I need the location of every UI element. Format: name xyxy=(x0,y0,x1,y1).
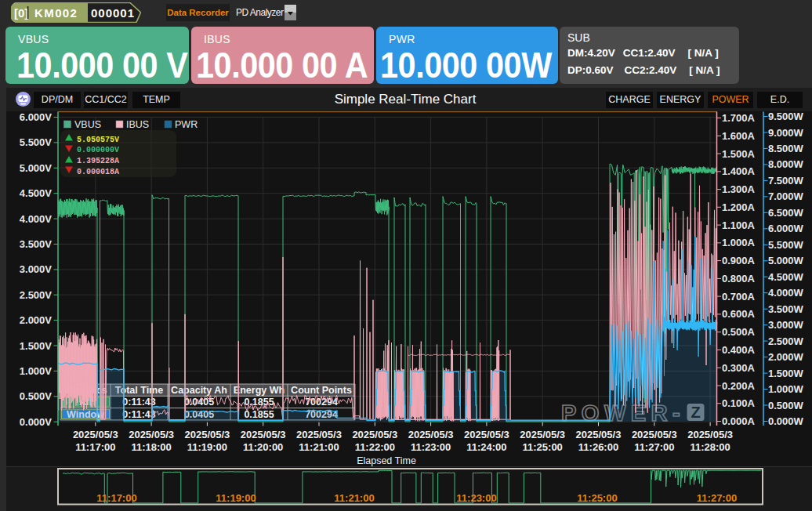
svg-text:11:28:00: 11:28:00 xyxy=(690,441,730,453)
svg-text:2025/05/3: 2025/05/3 xyxy=(464,429,509,440)
svg-text:11:27:00: 11:27:00 xyxy=(634,441,674,453)
svg-text:8.000W: 8.000W xyxy=(768,158,804,170)
svg-text:0.1855: 0.1855 xyxy=(244,409,274,420)
svg-text:2.500W: 2.500W xyxy=(768,335,804,347)
svg-text:11:19:00: 11:19:00 xyxy=(216,492,256,504)
svg-text:11:17:00: 11:17:00 xyxy=(75,441,115,453)
svg-text:0.000000V: 0.000000V xyxy=(77,146,119,154)
svg-text:11:25:00: 11:25:00 xyxy=(523,441,563,453)
svg-text:11:23:00: 11:23:00 xyxy=(411,441,451,453)
svg-text:6.000W: 6.000W xyxy=(768,223,804,234)
svg-text:0.500V: 0.500V xyxy=(20,390,53,402)
svg-text:VBUS: VBUS xyxy=(74,119,101,130)
svg-text:2025/05/3: 2025/05/3 xyxy=(687,429,733,440)
svg-text:PWR: PWR xyxy=(175,119,198,130)
svg-text:0.100A: 0.100A xyxy=(722,397,756,409)
svg-text:4.000V: 4.000V xyxy=(20,213,53,225)
svg-text:1.500W: 1.500W xyxy=(768,368,804,379)
svg-text:2025/05/3: 2025/05/3 xyxy=(352,429,397,440)
svg-text:11:18:00: 11:18:00 xyxy=(131,441,171,453)
svg-text:0.800A: 0.800A xyxy=(722,273,756,284)
svg-text:3.000W: 3.000W xyxy=(768,319,804,331)
svg-text:11:17:00: 11:17:00 xyxy=(96,492,136,504)
svg-text:4.000W: 4.000W xyxy=(768,287,804,299)
svg-text:1.395228A: 1.395228A xyxy=(77,157,119,165)
svg-text:2025/05/3: 2025/05/3 xyxy=(520,429,565,440)
svg-text:0:11:43: 0:11:43 xyxy=(122,409,155,420)
svg-text:2025/05/3: 2025/05/3 xyxy=(73,429,118,440)
svg-text:11:27:00: 11:27:00 xyxy=(697,492,737,504)
svg-text:1.000W: 1.000W xyxy=(768,383,804,395)
svg-text:1.400A: 1.400A xyxy=(722,165,756,177)
svg-text:5.000V: 5.000V xyxy=(20,162,53,174)
svg-text:0.000V: 0.000V xyxy=(20,416,53,428)
svg-text:0.000018A: 0.000018A xyxy=(77,168,119,176)
svg-text:7.000W: 7.000W xyxy=(768,190,804,202)
svg-text:Count Points: Count Points xyxy=(291,385,352,396)
svg-text:IBUS: IBUS xyxy=(126,119,149,130)
svg-text:5.050575V: 5.050575V xyxy=(77,136,119,144)
svg-text:1.200A: 1.200A xyxy=(722,201,756,213)
svg-text:0.600A: 0.600A xyxy=(722,308,756,320)
svg-text:0.400A: 0.400A xyxy=(722,344,756,356)
svg-text:7.500W: 7.500W xyxy=(768,175,804,187)
svg-text:11:20:00: 11:20:00 xyxy=(243,441,283,453)
svg-text:0.500A: 0.500A xyxy=(722,326,756,338)
svg-text:11:22:00: 11:22:00 xyxy=(355,441,395,453)
svg-text:0.300A: 0.300A xyxy=(722,362,756,374)
svg-text:1.000A: 1.000A xyxy=(722,237,756,248)
svg-text:0.200A: 0.200A xyxy=(722,380,756,392)
svg-text:0.900A: 0.900A xyxy=(722,255,756,266)
svg-text:KM002: KM002 xyxy=(34,6,78,20)
svg-text:2025/05/3: 2025/05/3 xyxy=(576,429,622,440)
svg-text:1.500A: 1.500A xyxy=(722,148,756,160)
svg-text:2025/05/3: 2025/05/3 xyxy=(296,429,342,440)
svg-text:3.000V: 3.000V xyxy=(20,263,53,275)
svg-text:2.500V: 2.500V xyxy=(20,289,53,301)
svg-text:11:24:00: 11:24:00 xyxy=(466,441,506,453)
svg-text:2025/05/3: 2025/05/3 xyxy=(632,429,677,440)
svg-text:2.000V: 2.000V xyxy=(20,314,53,326)
svg-text:8.500W: 8.500W xyxy=(768,143,804,154)
svg-text:4.500V: 4.500V xyxy=(20,187,53,199)
svg-text:11:21:00: 11:21:00 xyxy=(299,441,339,453)
svg-text:2025/05/3: 2025/05/3 xyxy=(184,429,230,440)
svg-text:11:21:00: 11:21:00 xyxy=(334,492,374,504)
svg-text:11:26:00: 11:26:00 xyxy=(578,441,618,453)
svg-text:5.500W: 5.500W xyxy=(768,239,804,251)
svg-text:Energy Wh: Energy Wh xyxy=(234,385,285,396)
svg-text:11:23:00: 11:23:00 xyxy=(456,492,496,504)
svg-text:2025/05/3: 2025/05/3 xyxy=(241,429,286,440)
svg-text:5.500V: 5.500V xyxy=(20,136,53,148)
svg-text:1.100A: 1.100A xyxy=(722,219,756,231)
svg-text:[0]: [0] xyxy=(14,6,28,20)
svg-text:3.500V: 3.500V xyxy=(20,238,53,250)
svg-text:0:11:43: 0:11:43 xyxy=(122,397,155,408)
svg-text:2025/05/3: 2025/05/3 xyxy=(408,429,454,440)
svg-text:4.500W: 4.500W xyxy=(768,271,804,283)
svg-text:6.000V: 6.000V xyxy=(20,111,53,123)
svg-text:2025/05/3: 2025/05/3 xyxy=(129,429,174,440)
svg-text:5.000W: 5.000W xyxy=(768,255,804,266)
svg-text:0.000A: 0.000A xyxy=(722,415,756,427)
svg-text:1.700A: 1.700A xyxy=(722,112,756,124)
svg-text:1.300A: 1.300A xyxy=(722,183,756,195)
svg-text:Elapsed Time: Elapsed Time xyxy=(357,455,416,466)
svg-text:0.500W: 0.500W xyxy=(768,400,804,411)
svg-text:11:19:00: 11:19:00 xyxy=(187,441,227,453)
svg-text:1.500V: 1.500V xyxy=(20,340,53,352)
svg-text:000001: 000001 xyxy=(91,6,135,20)
svg-text:Capacity Ah: Capacity Ah xyxy=(171,385,227,396)
svg-text:9.500W: 9.500W xyxy=(768,111,804,122)
svg-text:11:25:00: 11:25:00 xyxy=(577,492,617,504)
svg-text:9.000W: 9.000W xyxy=(768,127,804,139)
svg-text:1.600A: 1.600A xyxy=(722,130,756,142)
svg-text:6.500W: 6.500W xyxy=(768,207,804,219)
svg-text:1.000V: 1.000V xyxy=(20,365,53,377)
svg-text:2.000W: 2.000W xyxy=(768,351,804,363)
svg-text:3.500W: 3.500W xyxy=(768,303,804,315)
svg-text:0.000W: 0.000W xyxy=(768,415,804,427)
svg-text:0.700A: 0.700A xyxy=(722,291,756,303)
